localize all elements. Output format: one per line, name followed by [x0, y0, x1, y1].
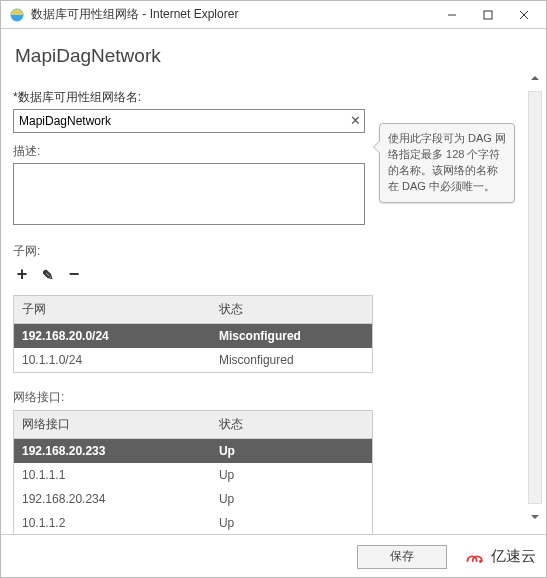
interface-table: 网络接口 状态 192.168.20.233Up10.1.1.1Up192.16…: [13, 410, 373, 534]
cell: Up: [211, 487, 373, 511]
cell: 10.1.1.2: [14, 511, 211, 534]
table-row[interactable]: 10.1.1.1Up: [14, 463, 373, 487]
cell: Misconfigured: [211, 324, 373, 349]
cell: Up: [211, 463, 373, 487]
table-row[interactable]: 10.1.1.0/24Misconfigured: [14, 348, 373, 373]
cell: Up: [211, 511, 373, 534]
network-name-input[interactable]: [13, 109, 365, 133]
status-col-header: 状态: [211, 411, 373, 439]
cell: 192.168.20.234: [14, 487, 211, 511]
remove-subnet-button[interactable]: −: [65, 264, 83, 285]
cell: 192.168.20.0/24: [14, 324, 211, 349]
cell: Up: [211, 439, 373, 464]
window-controls: [434, 3, 542, 27]
subnet-table: 子网 状态 192.168.20.0/24Misconfigured10.1.1…: [13, 295, 373, 373]
brand-watermark: 亿速云: [461, 544, 536, 570]
subnet-section-label: 子网:: [13, 243, 514, 260]
status-col-header: 状态: [211, 296, 373, 324]
subnet-toolbar: + ✎ −: [13, 264, 514, 285]
cell: Misconfigured: [211, 348, 373, 373]
page-title: MapiDagNetwork: [15, 45, 514, 67]
brand-text: 亿速云: [491, 547, 536, 566]
cell: 192.168.20.233: [14, 439, 211, 464]
subnet-col-header: 子网: [14, 296, 211, 324]
save-button[interactable]: 保存: [357, 545, 447, 569]
interface-col-header: 网络接口: [14, 411, 211, 439]
brand-logo-icon: [461, 544, 487, 570]
content-area: MapiDagNetwork *数据库可用性组网络名: ✕ 描述: 子网: + …: [1, 29, 524, 534]
help-tooltip: 使用此字段可为 DAG 网络指定最多 128 个字符的名称。该网络的名称在 DA…: [379, 123, 515, 203]
svg-point-5: [479, 560, 482, 563]
table-row[interactable]: 192.168.20.233Up: [14, 439, 373, 464]
window-titlebar: 数据库可用性组网络 - Internet Explorer: [1, 1, 546, 29]
scroll-down-icon[interactable]: [530, 508, 540, 526]
ie-logo-icon: [9, 7, 25, 23]
table-row[interactable]: 10.1.1.2Up: [14, 511, 373, 534]
edit-subnet-button[interactable]: ✎: [39, 267, 57, 283]
table-row[interactable]: 192.168.20.234Up: [14, 487, 373, 511]
close-button[interactable]: [506, 3, 542, 27]
cell: 10.1.1.0/24: [14, 348, 211, 373]
scroll-up-icon[interactable]: [530, 69, 540, 87]
name-field-label: *数据库可用性组网络名:: [13, 89, 514, 106]
svg-rect-2: [484, 11, 492, 19]
table-row[interactable]: 192.168.20.0/24Misconfigured: [14, 324, 373, 349]
footer-bar: 保存 亿速云: [1, 534, 546, 578]
clear-input-icon[interactable]: ✕: [350, 113, 361, 128]
interface-section-label: 网络接口:: [13, 389, 514, 406]
description-textarea[interactable]: [13, 163, 365, 225]
add-subnet-button[interactable]: +: [13, 264, 31, 285]
window-title: 数据库可用性组网络 - Internet Explorer: [31, 6, 434, 23]
cell: 10.1.1.1: [14, 463, 211, 487]
scrollbar[interactable]: [524, 29, 546, 534]
maximize-button[interactable]: [470, 3, 506, 27]
minimize-button[interactable]: [434, 3, 470, 27]
scroll-track[interactable]: [528, 91, 542, 504]
